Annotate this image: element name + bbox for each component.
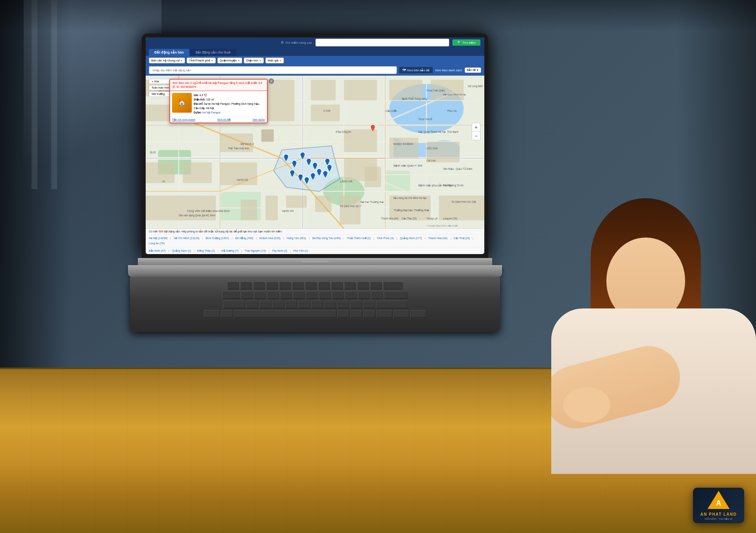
svg-text:TO DAN PHO SO 7: TO DAN PHO SO 7 bbox=[340, 205, 362, 208]
popup-close-button[interactable]: × bbox=[269, 78, 274, 84]
map-view-button[interactable]: 🗺 Xem trên bản đồ bbox=[399, 67, 433, 73]
svg-rect-59 bbox=[365, 167, 381, 187]
popup-info: Giá: 4,9 Tỷ Diện tích: 102 m² Địa chỉ: D… bbox=[194, 93, 265, 115]
svg-rect-56 bbox=[286, 195, 307, 208]
popup-title: Hot! Bán căn 3 ngủ rẻ nhất Hà Nội Parago… bbox=[172, 81, 265, 89]
logo-brand: AN PHAT LAND bbox=[700, 512, 737, 516]
svg-text:QL32: QL32 bbox=[150, 151, 156, 154]
svg-rect-39 bbox=[311, 104, 340, 121]
province-hanoi[interactable]: Hà Nội (14298) bbox=[149, 237, 168, 240]
zoom-controls: + − bbox=[472, 123, 480, 140]
svg-text:Phúc Xá: Phúc Xá bbox=[447, 110, 457, 112]
svg-rect-36 bbox=[265, 80, 294, 121]
province-longan[interactable]: Long An (78) bbox=[149, 242, 165, 245]
logo-corner: A AN PHAT LAND Giữ chữ tín · Trau niềm t… bbox=[693, 488, 744, 523]
list-view-button[interactable]: Xem theo danh sách bbox=[435, 69, 462, 72]
province-thuathienhue[interactable]: Thừa Thiên Huế (2) bbox=[347, 237, 371, 240]
province-links-row2: Bắc Ninh (47) | Quảng Nam (1) | Đồng Thá… bbox=[146, 247, 484, 254]
province-danang[interactable]: Đà Nẵng (709) bbox=[235, 237, 253, 240]
location-input[interactable] bbox=[149, 66, 397, 74]
project-link[interactable]: Xem dự án bbox=[252, 118, 265, 121]
province-khanhhoa[interactable]: Khánh Hòa (515) bbox=[259, 237, 280, 240]
svg-text:TO DAN PHO SO 23B: TO DAN PHO SO 23B bbox=[451, 201, 476, 203]
province-cantho[interactable]: Cần Thơ (15) bbox=[454, 237, 470, 240]
svg-rect-48 bbox=[439, 195, 484, 220]
filter-district[interactable]: Quận/Huyện ▼ bbox=[217, 58, 243, 63]
svg-text:Chùa Trấn Quốc: Chùa Trấn Quốc bbox=[426, 89, 445, 92]
svg-text:© Google Maps 2024 | điều khoả: © Google Maps 2024 | điều khoản bbox=[426, 224, 458, 227]
svg-text:Đền Quán Thánh Hà Nội: Đền Quán Thánh Hà Nội bbox=[418, 130, 446, 134]
svg-text:Phố Đường Tà Hà: Phố Đường Tà Hà bbox=[443, 184, 463, 187]
province-vinhphuc[interactable]: Vĩnh Phúc (4) bbox=[377, 237, 394, 240]
svg-text:THỤY KHUÊ: THỤY KHUÊ bbox=[418, 117, 432, 121]
svg-text:Bệnh Phổi Trung ương: Bệnh Phổi Trung ương bbox=[402, 97, 427, 100]
popup-image: 🏠 bbox=[172, 93, 192, 113]
filter-area[interactable]: Diện tích ▼ bbox=[244, 58, 263, 63]
svg-rect-47 bbox=[389, 195, 431, 220]
svg-rect-54 bbox=[241, 200, 257, 220]
svg-text:VỌNG HÀ: VỌNG HÀ bbox=[237, 178, 248, 182]
svg-text:Đền Quán Thánh Hà Nội: Đền Quán Thánh Hà Nội bbox=[443, 93, 466, 96]
detail-link[interactable]: Xem chi tiết bbox=[217, 118, 230, 121]
province-haiduong[interactable]: Hải Dương (7) bbox=[221, 249, 239, 252]
svg-text:Đại học Thương mại: Đại học Thương mại bbox=[360, 201, 384, 204]
zoom-in-button[interactable]: + bbox=[472, 123, 480, 132]
province-bacninh[interactable]: Bắc Ninh (47) bbox=[149, 249, 166, 252]
svg-text:Trường Đại học Thương Mại: Trường Đại học Thương Mại bbox=[393, 208, 429, 212]
map-type-button[interactable]: Bản đồ ▼ bbox=[465, 67, 481, 73]
svg-text:NGỌC KHÁNH: NGỌC KHÁNH bbox=[393, 142, 413, 146]
search-input-top[interactable] bbox=[315, 39, 449, 46]
filter-type[interactable]: Bán căn hộ chung cư ▼ bbox=[149, 58, 185, 63]
tab-rent[interactable]: Bất động sản cho thuê bbox=[190, 49, 236, 56]
province-phuyen[interactable]: Phú Yên (1) bbox=[293, 249, 308, 252]
svg-text:Bệnh viện Quân Y 354: Bệnh viện Quân Y 354 bbox=[393, 164, 422, 167]
nearby-link[interactable]: Tiện ích xung quanh bbox=[172, 118, 195, 121]
property-popup: Hot! Bán căn 3 ngủ rẻ nhất Hà Nội Parago… bbox=[169, 79, 268, 123]
svg-text:Ga Long Biên: Ga Long Biên bbox=[468, 85, 483, 88]
svg-rect-38 bbox=[344, 80, 377, 100]
province-brvt[interactable]: Bà Rịa Vũng Tàu (445) bbox=[312, 237, 341, 240]
svg-text:Mỹ Đình 2: Mỹ Đình 2 bbox=[241, 142, 254, 146]
province-dongthap[interactable]: Đồng Tháp (1) bbox=[197, 249, 215, 252]
results-bar: Có hơn 500 bất động sản. Hãy phóng to bả… bbox=[146, 228, 484, 234]
filter-price[interactable]: Mức giá ▼ bbox=[265, 58, 284, 63]
svg-text:Cần Thơ (15): Cần Thơ (15) bbox=[402, 217, 417, 220]
svg-rect-40 bbox=[146, 162, 174, 183]
svg-text:CT29: CT29 bbox=[323, 109, 330, 113]
province-links-row1: Hà Nội (14298) | Hồ Chí Minh (13124) | B… bbox=[146, 234, 484, 247]
svg-rect-53 bbox=[220, 162, 257, 185]
svg-text:VỌNG HÒ: VỌNG HÒ bbox=[282, 209, 294, 213]
svg-rect-45 bbox=[389, 137, 418, 158]
svg-rect-55 bbox=[265, 195, 278, 220]
svg-text:Trung Lực: Trung Lực bbox=[426, 217, 438, 220]
zoom-out-button[interactable]: − bbox=[472, 132, 480, 140]
province-tayninh[interactable]: Tây Ninh (2) bbox=[272, 249, 287, 252]
svg-text:Trúc Bạch: Trúc Bạch bbox=[447, 130, 459, 134]
advanced-search-link[interactable]: ⚙ Tìm kiếm nâng cao bbox=[281, 41, 312, 45]
svg-text:8 Bộ Công An: 8 Bộ Công An bbox=[335, 130, 351, 134]
svg-text:Công Viên Hồ Điều Hòa Mai Dịch: Công Viên Hồ Điều Hòa Mai Dịch bbox=[187, 209, 230, 213]
svg-text:LÁNG HÀ: LÁNG HÀ bbox=[340, 180, 352, 183]
svg-rect-33 bbox=[146, 104, 170, 121]
svg-text:AI: AI bbox=[162, 180, 165, 183]
province-quangninh[interactable]: Quảng Ninh (177) bbox=[400, 237, 422, 240]
svg-text:Bảo tàng Hồ Chí Minh Hà Nội: Bảo tàng Hồ Chí Minh Hà Nội bbox=[393, 196, 426, 200]
logo-tagline: Giữ chữ tín · Trau niềm tin bbox=[705, 517, 733, 520]
province-thanhhoa[interactable]: Thanh Hóa (34) bbox=[428, 237, 447, 240]
province-thainguyen[interactable]: Thái Nguyên (15) bbox=[245, 249, 266, 252]
svg-text:Long An (78): Long An (78) bbox=[443, 217, 457, 220]
svg-rect-52 bbox=[261, 129, 274, 141]
svg-text:LIÊU GIAI: LIÊU GIAI bbox=[426, 147, 438, 150]
svg-text:Phổ Trần Hữu Đức: Phổ Trần Hữu Đức bbox=[228, 147, 250, 150]
svg-text:Cầu Diễn: Cầu Diễn bbox=[385, 109, 397, 113]
svg-text:Sân vận động Quốc gia Mỹ Đình: Sân vận động Quốc gia Mỹ Đình bbox=[179, 214, 216, 217]
province-binhduong[interactable]: Bình Dương (1467) bbox=[206, 237, 229, 240]
search-button[interactable]: 🔍 Tìm kiếm bbox=[452, 39, 480, 46]
tab-sale[interactable]: Bất động sản bán bbox=[149, 49, 189, 56]
province-hcm[interactable]: Hồ Chí Minh (13124) bbox=[174, 237, 199, 240]
svg-rect-58 bbox=[340, 195, 360, 224]
svg-text:Thanh Hóa (34): Thanh Hóa (34) bbox=[381, 217, 398, 220]
filter-province[interactable]: Tỉnh/Thành phố ▼ bbox=[187, 58, 216, 63]
province-quangnam[interactable]: Quảng Nam (1) bbox=[172, 249, 191, 252]
province-hungyenrow1[interactable]: Hưng Yên (451) bbox=[287, 237, 306, 240]
